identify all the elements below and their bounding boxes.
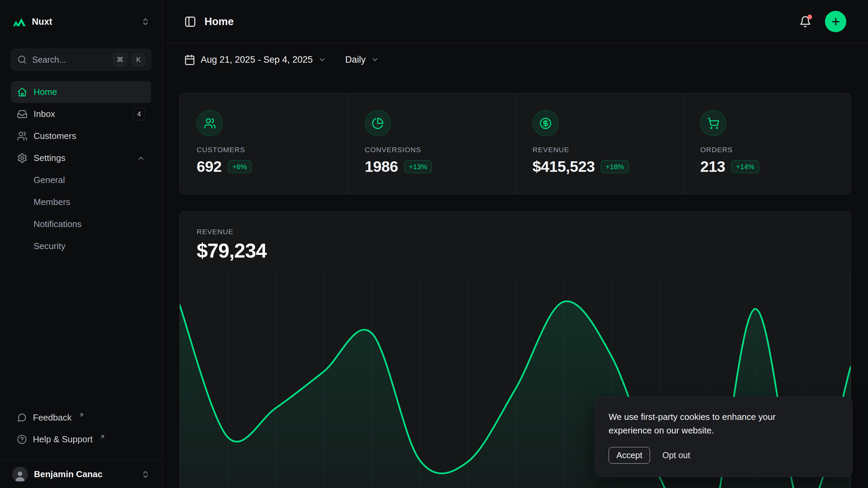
search-placeholder: Search... xyxy=(32,55,108,65)
user-menu[interactable]: Benjamin Canac xyxy=(0,460,162,488)
users-icon xyxy=(17,131,27,141)
granularity-label: Daily xyxy=(345,55,366,65)
stat-value: 1986 xyxy=(365,158,398,176)
granularity-select[interactable]: Daily xyxy=(345,55,379,65)
footer-label: Help & Support xyxy=(33,434,93,445)
filters-toolbar: Aug 21, 2025 - Sep 4, 2025 Daily xyxy=(162,43,868,76)
workspace-selector[interactable]: Nuxt xyxy=(0,0,162,43)
kbd-k: K xyxy=(132,54,145,66)
plus-icon xyxy=(830,16,841,27)
chevron-down-icon xyxy=(318,56,326,64)
stat-value: $415,523 xyxy=(533,158,595,176)
stat-label: CONVERSIONS xyxy=(365,146,498,154)
revenue-card-label: REVENUE xyxy=(197,228,834,236)
sidebar: Nuxt Search... ⌘ K Home xyxy=(0,0,162,488)
app-root: Nuxt Search... ⌘ K Home xyxy=(0,0,868,488)
stat-value: 692 xyxy=(197,158,222,176)
subnav-label: Notifications xyxy=(34,219,82,229)
cookie-message: We use first-party cookies to enhance yo… xyxy=(609,410,812,438)
stat-delta-badge: +13% xyxy=(404,160,432,173)
stat-label: REVENUE xyxy=(533,146,666,154)
cookie-accept-button[interactable]: Accept xyxy=(609,447,650,464)
chevron-down-icon xyxy=(371,56,379,64)
stat-delta-badge: +14% xyxy=(731,160,759,173)
notifications-button[interactable] xyxy=(799,16,811,28)
sidebar-item-members[interactable]: Members xyxy=(11,191,151,213)
search-icon xyxy=(17,55,27,64)
sidebar-item-label: Settings xyxy=(34,153,65,163)
sidebar-item-settings[interactable]: Settings xyxy=(11,147,151,169)
sidebar-item-label: Customers xyxy=(34,131,76,141)
notification-dot xyxy=(807,15,812,19)
sidebar-item-security[interactable]: Security xyxy=(11,235,151,257)
sidebar-item-general[interactable]: General xyxy=(11,169,151,191)
stats-row: CUSTOMERS 692 +6% CONVERSIONS 1986 +13% xyxy=(179,93,851,194)
message-bubble-icon xyxy=(17,413,27,423)
sidebar-item-home[interactable]: Home xyxy=(11,81,151,103)
chevron-up-icon xyxy=(137,154,145,162)
chevrons-up-down-icon xyxy=(141,470,150,479)
subnav-label: Security xyxy=(34,241,65,251)
stat-delta-badge: +18% xyxy=(601,160,629,173)
search-input[interactable]: Search... ⌘ K xyxy=(11,49,151,70)
kbd-cmd: ⌘ xyxy=(113,54,127,66)
main-area: Home Aug 21, 2025 - Sep 4, 2025 xyxy=(162,0,868,488)
home-icon xyxy=(17,87,27,97)
help-support-link[interactable]: Help & Support xyxy=(11,428,151,450)
stat-card-customers[interactable]: CUSTOMERS 692 +6% xyxy=(180,93,348,194)
stat-value: 213 xyxy=(700,158,725,176)
stat-card-orders[interactable]: ORDERS 213 +14% xyxy=(683,93,851,194)
help-circle-icon xyxy=(17,434,27,444)
calendar-icon xyxy=(184,54,195,65)
stat-delta-badge: +6% xyxy=(228,160,252,173)
user-name: Benjamin Canac xyxy=(34,469,102,480)
stat-label: ORDERS xyxy=(700,146,834,154)
inbox-count-badge: 4 xyxy=(133,108,145,120)
gear-icon xyxy=(17,153,27,163)
stat-card-conversions[interactable]: CONVERSIONS 1986 +13% xyxy=(348,93,515,194)
inbox-icon xyxy=(17,109,27,119)
revenue-card-value: $79,234 xyxy=(197,239,834,262)
cookie-opt-out-button[interactable]: Opt out xyxy=(662,450,690,460)
subnav-label: Members xyxy=(34,197,70,207)
main-header: Home xyxy=(162,0,868,43)
external-link-icon xyxy=(78,412,84,418)
sidebar-footer: Feedback Help & Support xyxy=(0,407,162,460)
panel-toggle-icon[interactable] xyxy=(184,16,196,28)
sidebar-nav: Home Inbox 4 Customers Settings xyxy=(11,81,151,257)
avatar xyxy=(12,467,28,482)
date-range-picker[interactable]: Aug 21, 2025 - Sep 4, 2025 xyxy=(184,54,326,65)
nuxt-logo xyxy=(12,15,26,29)
chart-pie-icon xyxy=(365,110,391,136)
footer-label: Feedback xyxy=(33,412,72,423)
sidebar-item-inbox[interactable]: Inbox 4 xyxy=(11,103,151,125)
circle-dollar-icon xyxy=(533,110,559,136)
date-range-label: Aug 21, 2025 - Sep 4, 2025 xyxy=(201,55,313,65)
cart-icon xyxy=(700,110,726,136)
stat-card-revenue[interactable]: REVENUE $415,523 +18% xyxy=(515,93,683,194)
subnav-label: General xyxy=(34,175,65,185)
app-name: Nuxt xyxy=(32,17,52,27)
add-button[interactable] xyxy=(825,11,846,32)
sidebar-item-customers[interactable]: Customers xyxy=(11,125,151,147)
external-link-icon xyxy=(99,434,105,440)
page-title: Home xyxy=(204,16,234,28)
users-icon xyxy=(197,110,223,136)
feedback-link[interactable]: Feedback xyxy=(11,407,151,428)
cookie-banner: We use first-party cookies to enhance yo… xyxy=(595,397,852,477)
sidebar-item-label: Home xyxy=(34,87,57,97)
sidebar-item-label: Inbox xyxy=(34,109,55,119)
sidebar-item-notifications[interactable]: Notifications xyxy=(11,213,151,235)
stat-label: CUSTOMERS xyxy=(197,146,331,154)
settings-subnav: General Members Notifications Security xyxy=(11,169,151,257)
chevrons-up-down-icon xyxy=(141,17,150,26)
